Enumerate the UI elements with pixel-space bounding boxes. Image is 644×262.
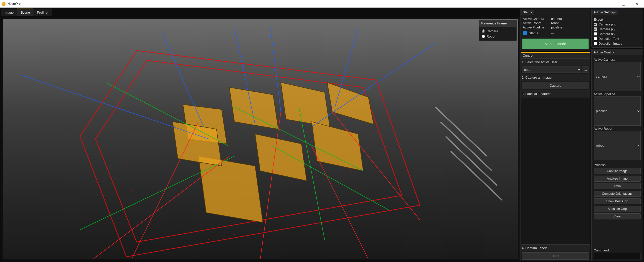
status-panel: Status Active Cameracamera Active Robotr… [520,9,590,51]
svg-point-13 [121,146,122,147]
svg-line-21 [435,107,487,156]
export-camera-png-row[interactable]: Camera png [594,22,641,27]
status-active-camera-key: Active Camera [523,17,549,21]
window-titlebar: NeuroPick — ▢ ✕ [0,0,644,8]
control-step3-label: 3. Label all Features [521,90,590,97]
admin-active-robot-label: Active Robot [594,126,641,131]
svg-point-16 [376,131,377,132]
status-active-pipeline-key: Active Pipeline [523,25,549,29]
status-active-robot-value: robot [551,21,559,25]
export-label: Export [594,17,641,22]
admin-settings-panel: Admin Settings Export Camera png Camera … [591,9,643,48]
compute-orientations-button[interactable]: Compute Orientations [594,191,641,197]
svg-line-38 [163,33,204,126]
svg-point-9 [131,190,132,191]
active-user-select[interactable]: user [522,67,581,73]
svg-marker-27 [281,82,330,126]
export-camera-ply-checkbox[interactable] [594,27,597,31]
done-button[interactable]: Done [522,252,589,260]
user-browse-button[interactable]: ... [582,67,589,73]
svg-point-0 [157,67,158,68]
svg-point-12 [110,129,111,130]
export-detection-text-label: Detection Text [598,37,619,41]
export-detection-text-checkbox[interactable] [594,37,597,40]
train-button[interactable]: Train [594,183,641,189]
svg-point-3 [234,82,235,83]
control-step2-label: 2. Capture an Image [521,74,590,81]
export-camera-png-label: Camera png [598,22,617,26]
reference-frame-robot-radio[interactable]: Robot [481,34,514,39]
admin-active-pipeline-select[interactable]: pipeline [594,96,641,126]
control-header: Control [521,52,590,58]
admin-active-pipeline-label: Active Pipeline [594,91,641,96]
control-step1-label: 1. Select the Active User [521,58,590,66]
reference-frame-camera-input[interactable] [482,29,485,33]
export-detection-image-checkbox[interactable] [594,42,597,45]
label-features-area[interactable] [521,97,590,244]
tab-image[interactable]: Image [1,9,17,16]
tab-scene[interactable]: Scene [17,9,33,16]
svg-point-8 [350,170,351,171]
admin-active-camera-label: Active Camera [594,57,641,62]
admin-active-robot-select[interactable]: robot [594,131,641,160]
capture-image-button[interactable]: Capture Image [594,168,641,174]
admin-control-header: Admin Control [592,49,643,55]
export-camera-png-checkbox[interactable] [594,23,597,26]
tab-profinet[interactable]: Profinet [33,9,52,16]
status-active-camera-value: camera [551,17,562,21]
admin-active-camera-select[interactable]: camera [594,62,641,91]
svg-point-6 [311,141,312,142]
svg-line-44 [132,122,198,259]
svg-point-19 [234,234,235,235]
export-detection-image-row[interactable]: Detection Image [594,41,641,46]
admin-control-panel: Admin Control Active Camera camera Activ… [591,49,643,261]
svg-point-11 [182,224,183,225]
svg-marker-29 [312,122,363,171]
svg-line-45 [260,112,281,259]
export-camera-h5-row[interactable]: Camera h5 [594,31,641,36]
svg-line-23 [446,137,497,186]
status-status-key: Status [529,31,538,35]
svg-point-14 [126,166,127,167]
export-camera-h5-checkbox[interactable] [594,32,597,36]
control-panel: Control 1. Select the Active User user .… [520,52,590,261]
reference-frame-camera-radio[interactable]: Camera [481,28,514,34]
command-input[interactable] [594,253,641,259]
process-label: Process [594,162,641,167]
export-camera-ply-row[interactable]: Camera ply [594,27,641,31]
simulate-grip-button[interactable]: Simulate Grip [594,206,641,212]
svg-line-22 [440,122,492,171]
export-camera-ply-label: Camera ply [598,27,615,31]
status-status-value: --- [551,31,554,35]
clear-button[interactable]: Clear [594,213,641,219]
svg-line-24 [451,151,502,200]
reference-frame-header: Reference Frame [479,20,516,27]
scene-viewport[interactable] [3,19,518,259]
info-icon: i [523,31,527,35]
window-close-button[interactable]: ✕ [633,2,640,6]
svg-point-17 [386,146,387,147]
svg-point-18 [208,239,209,240]
manual-mode-button[interactable]: Manual Mode [522,39,589,49]
export-detection-text-row[interactable]: Detection Text [594,36,641,41]
control-step4-label: 4. Confirm Labels [521,244,590,251]
reference-frame-robot-input[interactable] [482,35,485,38]
svg-point-20 [260,229,261,230]
window-title: NeuroPick [8,2,606,6]
app-icon [2,2,6,6]
svg-marker-28 [327,82,374,124]
svg-line-33 [21,75,209,139]
window-minimize-button[interactable]: — [606,2,613,6]
show-best-grip-button[interactable]: Show Best Grip [594,198,641,204]
window-maximize-button[interactable]: ▢ [620,2,627,6]
capture-button[interactable]: Capture [522,82,589,89]
admin-settings-header: Admin Settings [592,9,618,15]
status-active-robot-key: Active Robot [523,21,549,25]
reference-frame-panel: Reference Frame Camera Robot [479,20,517,41]
analyze-image-button[interactable]: Analyze Image [594,176,641,182]
svg-point-2 [182,65,183,66]
export-camera-h5-label: Camera h5 [598,32,615,36]
export-detection-image-label: Detection Image [598,42,622,45]
main-tabs: Image Scene Profinet [1,9,519,16]
reference-frame-robot-label: Robot [487,35,495,38]
